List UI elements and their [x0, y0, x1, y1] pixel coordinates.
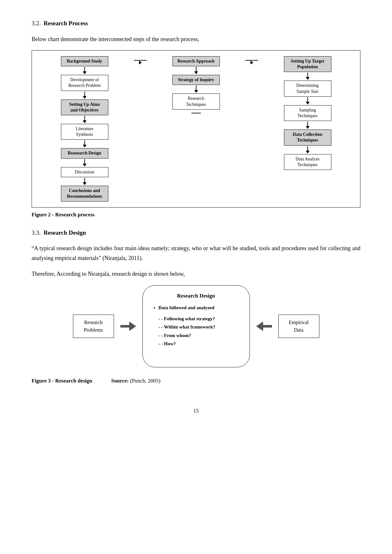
research-process-flowchart: Background Study Development ofResearch … [32, 50, 360, 208]
arrow-1-1 [83, 67, 87, 74]
svg-marker-3 [256, 322, 263, 331]
box-data-analyze: Data AnalyzeTechniques [284, 154, 331, 170]
section-33-heading: 3.3. Research Design [32, 228, 360, 238]
figure2-caption: Figure 2 - Research process [32, 211, 360, 219]
source-label: Source: [111, 378, 129, 384]
section-32-num: 3.2. [32, 20, 41, 27]
flowchart-col1: Background Study Development ofResearch … [38, 56, 131, 202]
section-33-title: Research Design [44, 229, 86, 236]
box-strategy-inquiry: Strategy of Inquiry [172, 75, 220, 85]
intro-text: Below chart demonstrate the interconnect… [32, 34, 360, 44]
source-text: (Punch, 2005) [130, 378, 160, 384]
research-problems-box: Research Problems [73, 315, 114, 338]
research-design-center: Research Design Data followed and analyz… [142, 285, 250, 367]
box-setting-target: Setting Up TargetPopulation [284, 56, 331, 72]
arrow-3-4 [306, 146, 310, 154]
fig3-label: Figure 3 - Research design [32, 378, 92, 384]
flowchart-col3: Setting Up TargetPopulation DeterminingS… [261, 56, 354, 170]
research-design-chart: Research Problems Research Design Data f… [32, 285, 360, 367]
box-setting-aims: Setting Up Aimsand Objectives [61, 99, 108, 115]
box-conclusions: Conclusions andRecommondations [61, 186, 108, 202]
body-text1: “A typical research design includes four… [32, 244, 360, 263]
section-32-heading: 3.2. Research Process [32, 19, 360, 28]
box-sampling-techniques: SamplingTechniques [284, 105, 331, 121]
svg-rect-0 [120, 325, 130, 328]
empirical-data-box: Empirical Data [278, 315, 319, 338]
section-33-num: 3.3. [32, 229, 41, 236]
svg-rect-2 [262, 325, 272, 328]
box-research-techniques: ResearchTechniques [172, 93, 220, 109]
svg-marker-1 [129, 322, 136, 331]
arrow-3-2 [306, 97, 310, 105]
page-number: 15 [32, 407, 360, 415]
box-research-design: Reasearch Design [61, 148, 108, 158]
box-literature-synthesis: LiteratureSynthesis [61, 124, 108, 140]
sub-item-how: - How? [159, 340, 240, 347]
col2-col3-connector-inline [191, 113, 201, 113]
arrow-1-4 [83, 140, 87, 148]
design-bullet-list: Data followed and analyzed [159, 304, 240, 313]
sub-item-framework: - Within what framework? [159, 323, 240, 331]
design-sub-items: - Following what strategy? - Within what… [159, 315, 240, 349]
box-dev-research-problem: Development ofResearch Problem [61, 75, 108, 91]
arrow-3-3 [306, 122, 310, 129]
sub-item-strategy: - Following what strategy? [159, 315, 240, 322]
arrow-from-empirical [256, 322, 272, 331]
figure3-source: Source: (Punch, 2005) [111, 377, 160, 385]
arrow-1-3 [83, 116, 87, 123]
box-background-study: Background Study [61, 56, 108, 66]
sub-item-from-whom: - From whom? [159, 332, 240, 339]
arrow-1-5 [83, 159, 87, 166]
arrow-2-1 [194, 67, 198, 74]
box-data-collection: Data CollectionTechniques [284, 129, 331, 145]
bullet-data-followed: Data followed and analyzed [159, 304, 240, 311]
arrow-1-6 [83, 178, 87, 185]
flowchart-col2: Research Approach Strategy of Inquiry Re… [150, 56, 242, 113]
box-discussion: Discussion [61, 167, 108, 177]
col2-col3-connector [242, 56, 261, 64]
arrow-to-center [120, 322, 136, 331]
section-32-title: Research Process [44, 20, 88, 27]
arrow-1-2 [83, 92, 87, 99]
body-text2: Therefore, According to Niranjala, resea… [32, 269, 360, 279]
col1-col2-connector [131, 56, 150, 64]
figure3-caption-row: Figure 3 - Research design Source: (Punc… [32, 374, 360, 394]
fig2-label: Figure 2 - Research process [32, 212, 94, 218]
figure3-caption: Figure 3 - Research design [32, 377, 92, 385]
design-center-title: Research Design [152, 292, 240, 300]
box-research-approach: Research Approach [172, 56, 220, 66]
arrow-2-2 [194, 86, 198, 93]
arrow-3-1 [306, 73, 310, 80]
box-determining-sample: DeterminingSample Size [284, 81, 331, 96]
